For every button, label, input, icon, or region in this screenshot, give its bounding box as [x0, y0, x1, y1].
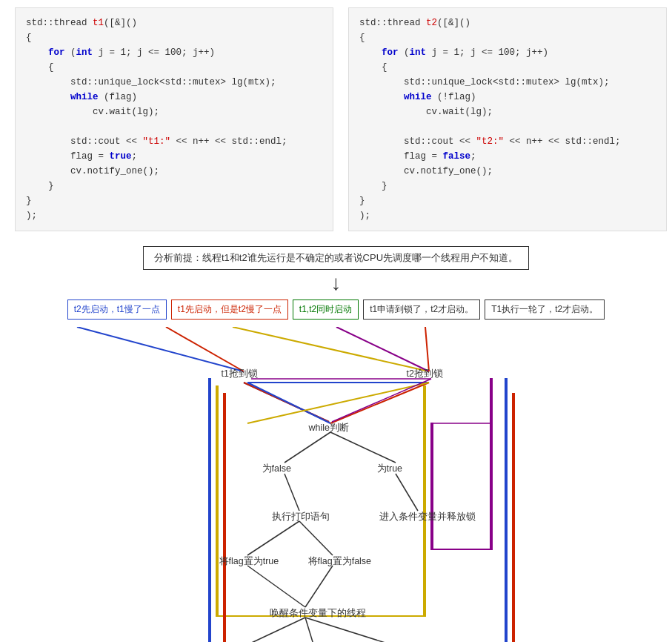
svg-line-13 — [285, 432, 330, 463]
svg-rect-32 — [513, 394, 514, 642]
scenario-2[interactable]: t1先启动，但是t2慢了一点 — [171, 300, 288, 320]
scenario-4[interactable]: t1申请到锁了，t2才启动。 — [363, 300, 480, 320]
node-t1grab: t1抢到锁 — [222, 368, 258, 380]
svg-rect-26 — [505, 379, 507, 642]
scenario-5[interactable]: T1执行一轮了，t2才启动。 — [485, 300, 605, 320]
svg-line-14 — [330, 432, 396, 463]
svg-line-22 — [305, 618, 316, 642]
svg-line-1 — [166, 327, 244, 371]
code-section: std::thread t1([&]() { for (int j = 1; j… — [0, 0, 672, 239]
svg-line-18 — [299, 521, 333, 555]
svg-line-15 — [285, 474, 299, 511]
svg-line-23 — [305, 618, 413, 642]
svg-line-16 — [396, 474, 418, 511]
svg-line-17 — [247, 521, 299, 555]
scenario-1[interactable]: t2先启动，t1慢了一点 — [67, 300, 167, 320]
svg-line-2 — [233, 327, 429, 371]
svg-line-21 — [233, 618, 305, 642]
svg-rect-35 — [431, 423, 433, 549]
analysis-section: 分析前提：线程t1和t2谁先运行是不确定的或者说CPU先调度哪一个线程用户不知道… — [0, 239, 672, 642]
node-enter-cond: 进入条件变量并释放锁 — [379, 511, 476, 523]
svg-rect-27 — [216, 386, 218, 616]
svg-line-10 — [247, 383, 429, 423]
code-block-t2: std::thread t2([&]() { for (int j = 1; j… — [348, 7, 667, 231]
node-true: 为true — [377, 463, 403, 475]
svg-line-8 — [247, 383, 330, 423]
svg-rect-29 — [424, 386, 425, 616]
svg-rect-24 — [209, 379, 210, 642]
svg-line-4 — [425, 327, 429, 371]
node-false: 为false — [262, 463, 291, 475]
scenario-row: t2先启动，t1慢了一点 t1先启动，但是t2慢了一点 t1,t2同时启动 t1… — [67, 300, 605, 320]
node-t2grab: t2抢到锁 — [407, 368, 443, 380]
svg-rect-33 — [490, 379, 492, 549]
premise-text: 分析前提：线程t1和t2谁先运行是不确定的或者说CPU先调度哪一个线程用户不知道… — [154, 252, 518, 263]
svg-line-19 — [247, 566, 305, 607]
down-arrow: ↓ — [330, 274, 342, 295]
diagram-svg — [18, 327, 655, 642]
code-block-t1: std::thread t1([&]() { for (int j = 1; j… — [15, 7, 333, 231]
svg-line-9 — [330, 383, 429, 423]
node-print: 执行打印语句 — [272, 511, 330, 523]
node-set-false: 将flag置为false — [308, 555, 372, 568]
svg-line-3 — [336, 327, 429, 371]
diagram-area: t1抢到锁 t2抢到锁 while判断 为false 为true 执行打印语句 … — [18, 327, 655, 642]
premise-box: 分析前提：线程t1和t2谁先运行是不确定的或者说CPU先调度哪一个线程用户不知道… — [143, 246, 529, 270]
node-notify: 唤醒条件变量下的线程 — [270, 607, 366, 620]
svg-line-0 — [77, 327, 244, 371]
node-set-true: 将flag置为true — [219, 555, 279, 568]
scenario-3[interactable]: t1,t2同时启动 — [293, 300, 359, 320]
svg-line-20 — [305, 566, 333, 607]
node-while: while判断 — [309, 422, 350, 434]
svg-rect-30 — [224, 394, 225, 642]
